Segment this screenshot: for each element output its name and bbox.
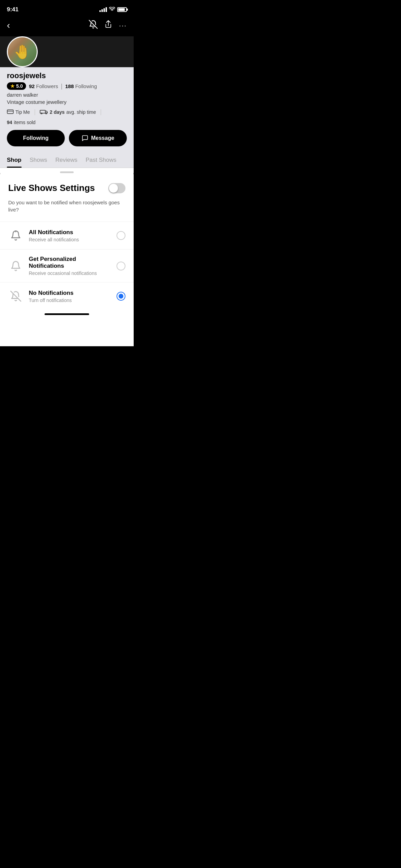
profile-meta: Tip Me | 2 days avg. ship time | 94 item… xyxy=(7,108,127,125)
message-icon xyxy=(82,135,88,142)
toggle-knob xyxy=(109,184,118,193)
sheet-handle xyxy=(60,171,74,173)
status-bar: 9:41 xyxy=(0,0,134,17)
radio-none[interactable] xyxy=(117,292,125,301)
action-buttons: Following Message xyxy=(7,130,127,146)
following-button[interactable]: Following xyxy=(7,130,65,146)
notif-personalized-subtitle: Receive occasional notifications xyxy=(29,270,111,276)
ship-icon xyxy=(40,109,48,116)
following-stat: 188 Following xyxy=(65,83,97,89)
tabs-container: Shop Shows Reviews Past Shows xyxy=(0,152,134,168)
bell-slash-notif-icon-wrap xyxy=(8,289,23,304)
notif-all-subtitle: Receive all notifications xyxy=(29,237,111,242)
notif-personalized-text: Get Personalized Notifications Receive o… xyxy=(29,256,111,276)
signal-bars-icon xyxy=(99,7,107,12)
followers-label: Followers xyxy=(36,83,58,89)
notif-none-text: No Notifications Turn off notifications xyxy=(29,290,111,303)
bell-slash-icon[interactable] xyxy=(89,20,98,31)
svg-rect-1 xyxy=(7,110,13,113)
bell-full-icon xyxy=(10,230,21,241)
tab-shop[interactable]: Shop xyxy=(7,152,22,168)
notif-all-text: All Notifications Receive all notificati… xyxy=(29,229,111,242)
meta-divider-1: | xyxy=(34,108,36,116)
status-time: 9:41 xyxy=(7,6,19,13)
wifi-icon xyxy=(109,7,115,13)
notif-personalized-title: Get Personalized Notifications xyxy=(29,256,111,269)
bell-slash-notif-icon xyxy=(10,291,21,302)
sheet-handle-area xyxy=(0,168,134,173)
home-indicator xyxy=(0,310,134,322)
bell-outline-icon-wrap xyxy=(8,258,23,274)
notification-toggle[interactable] xyxy=(108,183,125,193)
items-sold-label: items sold xyxy=(14,120,36,125)
rating-value: 5.0 xyxy=(16,83,23,89)
items-sold-count: 94 xyxy=(7,120,12,125)
tab-reviews[interactable]: Reviews xyxy=(56,152,77,168)
tabs: Shop Shows Reviews Past Shows xyxy=(7,152,127,168)
username: roosjewels xyxy=(7,71,127,80)
sheet-title: Live Shows Settings xyxy=(8,183,95,193)
message-label: Message xyxy=(91,135,114,141)
ship-time: 2 days avg. ship time xyxy=(40,109,96,116)
message-button[interactable]: Message xyxy=(69,130,127,146)
tip-label: Tip Me xyxy=(15,109,30,115)
notification-option-none[interactable]: No Notifications Turn off notifications xyxy=(0,282,134,310)
notif-none-subtitle: Turn off notifications xyxy=(29,298,111,303)
bio: Vintage costume jewellery xyxy=(7,99,127,105)
avatar xyxy=(7,36,38,67)
notif-all-title: All Notifications xyxy=(29,229,111,236)
status-icons xyxy=(99,7,127,13)
profile-stats: ★ 5.0 92 Followers | 188 Following xyxy=(7,82,127,90)
svg-rect-3 xyxy=(40,110,45,113)
nav-actions: ··· xyxy=(89,20,127,31)
share-icon[interactable] xyxy=(105,20,112,31)
followers-count: 92 xyxy=(29,83,35,89)
radio-none-fill xyxy=(119,294,123,299)
star-icon: ★ xyxy=(10,83,15,89)
avatar-wrapper xyxy=(0,36,134,67)
notification-option-all[interactable]: All Notifications Receive all notificati… xyxy=(0,221,134,249)
battery-icon xyxy=(117,7,127,12)
items-sold: 94 items sold xyxy=(7,120,36,125)
radio-all[interactable] xyxy=(117,231,125,240)
live-shows-sheet: Live Shows Settings Do you want to be no… xyxy=(0,168,134,346)
full-name: darren walker xyxy=(7,92,127,98)
ship-label: avg. ship time xyxy=(66,109,96,115)
notification-option-personalized[interactable]: Get Personalized Notifications Receive o… xyxy=(0,249,134,282)
stat-divider: | xyxy=(61,83,63,90)
sheet-title-row: Live Shows Settings xyxy=(0,173,134,199)
followers-stat: 92 Followers xyxy=(29,83,58,89)
rating-badge: ★ 5.0 xyxy=(7,82,26,90)
bell-full-icon-wrap xyxy=(8,228,23,243)
svg-point-5 xyxy=(46,113,47,114)
sheet-subtitle: Do you want to be notified when roosjewe… xyxy=(0,199,134,221)
following-label: Following xyxy=(75,83,97,89)
tab-past-shows[interactable]: Past Shows xyxy=(86,152,117,168)
profile-section: roosjewels ★ 5.0 92 Followers | 188 Foll… xyxy=(0,67,134,152)
tip-me[interactable]: Tip Me xyxy=(7,109,30,116)
back-button[interactable]: ‹ xyxy=(7,20,10,31)
home-bar xyxy=(45,313,89,315)
nav-bar: ‹ ··· xyxy=(0,17,134,36)
meta-divider-2: | xyxy=(100,108,102,116)
tab-shows[interactable]: Shows xyxy=(30,152,47,168)
bell-outline-icon xyxy=(10,261,21,272)
following-count: 188 xyxy=(65,83,74,89)
ship-days: 2 days xyxy=(50,109,65,115)
svg-line-0 xyxy=(89,20,97,28)
svg-line-7 xyxy=(11,291,21,301)
avatar-image xyxy=(8,37,37,66)
notif-none-title: No Notifications xyxy=(29,290,111,297)
radio-personalized[interactable] xyxy=(117,262,125,270)
more-icon[interactable]: ··· xyxy=(119,22,127,29)
tip-icon xyxy=(7,109,14,116)
